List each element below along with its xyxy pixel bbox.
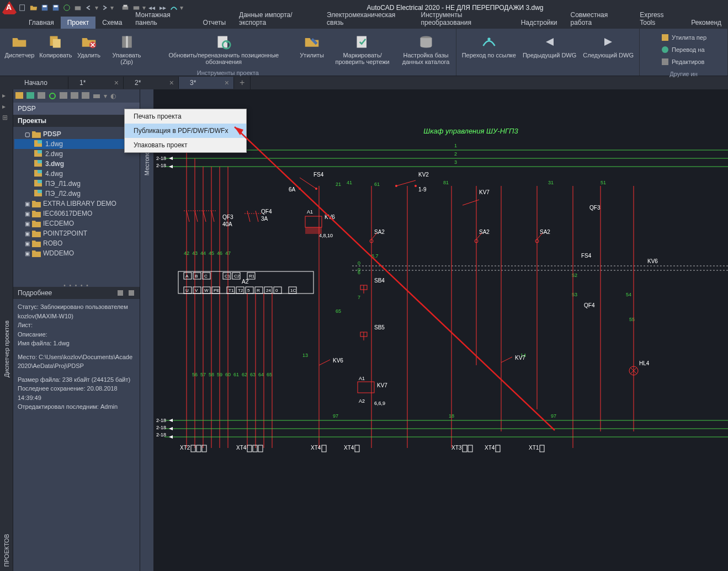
close-icon[interactable]: × xyxy=(114,78,119,87)
expand-icon[interactable]: ▣ xyxy=(24,231,30,236)
label: Следующий DWG xyxy=(583,52,634,58)
drawing-canvas[interactable]: Шкаф управления ШУ-НГП3 1 2 3 2-18 2-18 … xyxy=(153,89,728,571)
qat-plot-icon[interactable] xyxy=(73,3,83,13)
ribbon-tab-import[interactable]: Данные импорта/экспорта xyxy=(232,9,320,29)
ribbon-copy-button[interactable]: Копировать xyxy=(37,32,75,60)
expand-icon[interactable]: ▣ xyxy=(24,241,30,246)
ribbon-tab-express[interactable]: Express Tools xyxy=(633,9,684,29)
ribbon-goto-link-button[interactable]: Переход по ссылке xyxy=(459,32,519,60)
tree-root[interactable]: ▢ PDSP xyxy=(14,129,139,139)
rail-icon-1[interactable]: ▸ xyxy=(2,92,11,100)
ribbon-tab-convert[interactable]: Инструменты преобразования xyxy=(415,9,514,29)
details-icon[interactable] xyxy=(116,289,124,297)
svg-text:XT4: XT4 xyxy=(311,445,321,451)
svg-text:KV7: KV7 xyxy=(515,355,525,361)
tree-project[interactable]: ▣POINT2POINT xyxy=(14,228,139,238)
context-item-print[interactable]: Печать проекта xyxy=(125,109,246,124)
ribbon-tab-collab[interactable]: Совместная работа xyxy=(564,9,633,29)
ribbon-group-label-3: Другие ин xyxy=(640,70,727,78)
tb-icon[interactable] xyxy=(60,92,67,100)
qat-save-icon[interactable] xyxy=(40,3,50,13)
context-item-publish[interactable]: Публикация в PDF/DWF/DWFx xyxy=(125,124,246,138)
tree-file[interactable]: ПЭ_Л2.dwg xyxy=(14,189,139,199)
qat-open-icon[interactable] xyxy=(29,3,39,13)
doc-tab-1[interactable]: 1*× xyxy=(68,77,124,89)
tb-icon[interactable] xyxy=(15,92,23,100)
details-icon[interactable] xyxy=(127,289,135,297)
tb-more-icon[interactable]: ◐ xyxy=(110,92,116,100)
ribbon-tab-emech[interactable]: Электромеханическая связь xyxy=(320,9,415,29)
tb-icon[interactable] xyxy=(71,92,78,100)
svg-text:0: 0 xyxy=(358,260,360,266)
qat-undo-icon[interactable] xyxy=(84,3,94,13)
tree-file[interactable]: 2.dwg xyxy=(14,149,139,159)
label: PDSP xyxy=(43,130,61,138)
ribbon-tab-panel[interactable]: Монтажная панель xyxy=(129,9,196,29)
ribbon-dispatcher-button[interactable]: Диспетчер xyxy=(2,32,37,60)
doc-tab-3[interactable]: 3*× xyxy=(179,77,234,89)
close-icon[interactable]: × xyxy=(169,78,174,87)
doc-tab-2[interactable]: 2*× xyxy=(124,77,179,89)
ribbon-tab-project[interactable]: Проект xyxy=(61,17,96,29)
rail-icon-3[interactable]: ⊞ xyxy=(2,114,11,122)
svg-rect-34 xyxy=(38,150,42,153)
tb-icon[interactable] xyxy=(26,92,34,100)
ribbon-zip-button[interactable]: Упаковать (Zip) xyxy=(103,32,151,66)
tree-project[interactable]: ▣IEC60617DEMO xyxy=(14,209,139,218)
doc-tab-start[interactable]: Начало xyxy=(13,77,68,89)
qat-new-icon[interactable] xyxy=(18,3,28,13)
details-header[interactable]: Подробнее xyxy=(13,287,140,299)
svg-rect-228 xyxy=(322,445,326,452)
ribbon-tab-recommend[interactable]: Рекоменд xyxy=(684,17,728,29)
close-icon[interactable]: × xyxy=(225,78,229,87)
tree-file[interactable]: 3.dwg xyxy=(14,159,139,169)
tree-file[interactable]: ПЭ_Л1.dwg xyxy=(14,179,139,189)
tree-project[interactable]: ▣ROBO xyxy=(14,238,139,248)
tb-icon[interactable] xyxy=(38,92,45,100)
ribbon-tab-home[interactable]: Главная xyxy=(22,17,61,29)
ribbon-utilities-button[interactable]: Утилиты xyxy=(297,32,326,60)
ribbon-prev-dwg-button[interactable]: Предыдущий DWG xyxy=(519,32,580,60)
collapse-icon[interactable]: ▢ xyxy=(24,131,30,137)
tree-project[interactable]: ▣IECDEMO xyxy=(14,218,139,228)
ribbon-catalog-button[interactable]: Настройка базы данных каталога xyxy=(398,32,454,66)
expand-icon[interactable]: ▣ xyxy=(24,250,30,256)
app-logo-icon[interactable] xyxy=(2,1,17,14)
ribbon-translate-button[interactable]: Перевод на xyxy=(657,44,708,55)
svg-rect-23 xyxy=(15,92,23,99)
expand-icon[interactable]: ▣ xyxy=(24,221,30,226)
tb-icon[interactable] xyxy=(82,92,89,100)
qat-redo-icon[interactable] xyxy=(99,3,109,13)
chevron-down-icon[interactable]: ▾ xyxy=(104,92,107,100)
svg-point-21 xyxy=(662,46,668,53)
ribbon-util-conv-button[interactable]: Утилита пер xyxy=(657,32,710,43)
panel-grip[interactable]: • • • • • xyxy=(13,282,140,287)
ribbon-mark-button[interactable]: Маркировать/проверить чертежи xyxy=(327,32,398,66)
label: Маркировать/проверить чертежи xyxy=(330,52,395,65)
tb-print-icon[interactable] xyxy=(93,92,100,100)
expand-icon[interactable]: ▣ xyxy=(24,201,30,206)
ribbon-update-button[interactable]: Обновить/переназначить позиционные обозн… xyxy=(150,32,297,66)
context-item-zip[interactable]: Упаковать проект xyxy=(125,138,246,152)
tree-project[interactable]: ▣EXTRA LIBRARY DEMO xyxy=(14,199,139,209)
svg-rect-231 xyxy=(468,445,472,452)
rail-icon-2[interactable]: ▸ xyxy=(2,103,11,111)
tree-project[interactable]: ▣WDDEMO xyxy=(14,248,139,258)
ribbon-edit-lang-button[interactable]: Редактиров xyxy=(657,56,708,67)
ribbon-tab-reports[interactable]: Отчеты xyxy=(196,17,232,29)
tree-file[interactable]: 1.dwg xyxy=(14,139,139,149)
ribbon-tab-addins[interactable]: Надстройки xyxy=(514,17,564,29)
qat-saveas-icon[interactable] xyxy=(51,3,61,13)
expand-icon[interactable]: ▣ xyxy=(24,211,30,216)
doc-tab-add[interactable]: + xyxy=(234,76,251,90)
ribbon-delete-button[interactable]: Удалить xyxy=(75,32,103,60)
svg-text:QF4: QF4 xyxy=(261,209,272,215)
qat-web-icon[interactable] xyxy=(62,3,72,13)
tree-file[interactable]: 4.dwg xyxy=(14,169,139,179)
label: 3.dwg xyxy=(45,160,64,168)
svg-point-73 xyxy=(415,185,417,187)
ribbon-next-dwg-button[interactable]: Следующий DWG xyxy=(580,32,637,60)
tb-refresh-icon[interactable] xyxy=(49,92,56,100)
svg-rect-227 xyxy=(258,445,263,452)
ribbon-tab-schema[interactable]: Схема xyxy=(95,17,129,29)
